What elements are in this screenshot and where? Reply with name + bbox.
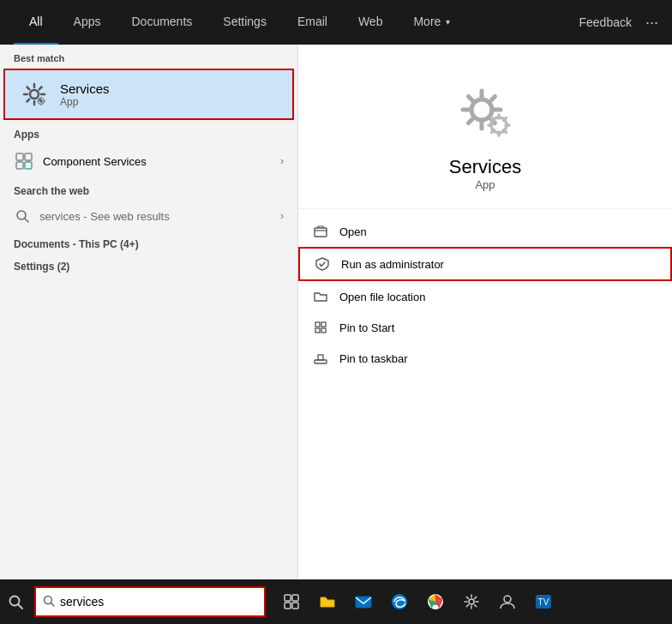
search-web-item[interactable]: services - See web results › (0, 201, 297, 231)
svg-rect-17 (25, 162, 32, 169)
chevron-right-icon-web: › (280, 210, 284, 222)
search-web-icon (14, 207, 31, 225)
services-sub: App (60, 96, 110, 108)
svg-line-31 (469, 118, 474, 123)
open-file-location-label: Open file location (339, 291, 425, 303)
app-type: App (475, 178, 495, 191)
edge-icon[interactable] (384, 586, 415, 617)
main-container: Best match (0, 45, 672, 624)
svg-rect-53 (292, 595, 298, 601)
svg-rect-16 (16, 162, 23, 169)
svg-line-38 (504, 130, 507, 133)
tab-settings[interactable]: Settings (207, 0, 282, 45)
svg-rect-42 (315, 322, 320, 327)
documents-section: Documents - This PC (4+) (0, 231, 297, 254)
tab-email[interactable]: Email (282, 0, 343, 45)
settings-icon-tb[interactable] (456, 586, 487, 617)
component-services-item[interactable]: Component Services › (0, 144, 297, 178)
pin-start-icon (312, 319, 329, 336)
svg-line-40 (492, 130, 495, 133)
app-icon-large (451, 79, 519, 147)
open-label: Open (339, 225, 367, 238)
chevron-down-icon: ▾ (446, 17, 450, 27)
svg-point-48 (10, 597, 20, 606)
best-match-item[interactable]: Services App (3, 69, 294, 120)
more-options-button[interactable]: ··· (645, 14, 658, 32)
app-name: Services (449, 156, 521, 178)
tab-apps[interactable]: Apps (58, 0, 117, 45)
svg-rect-56 (356, 597, 371, 608)
svg-point-69 (504, 596, 511, 603)
settings-section: Settings (2) (0, 254, 297, 276)
taskbar-icons: TV (276, 586, 559, 617)
search-box[interactable] (34, 586, 266, 617)
svg-line-65 (466, 597, 468, 598)
pin-taskbar-icon (312, 350, 329, 367)
tab-more[interactable]: More ▾ (398, 0, 465, 45)
component-services-icon (14, 151, 34, 171)
component-services-label: Component Services (43, 155, 272, 168)
run-as-admin-label: Run as administrator (341, 258, 444, 271)
nav-right: Feedback ··· (579, 14, 659, 32)
svg-rect-15 (25, 153, 32, 160)
svg-line-22 (25, 219, 28, 222)
apps-section-label: Apps (0, 120, 297, 144)
tab-web[interactable]: Web (343, 0, 399, 45)
services-name: Services (60, 81, 110, 96)
tab-all[interactable]: All (14, 0, 58, 45)
svg-rect-14 (16, 153, 23, 160)
app-detail: Services App (298, 45, 672, 209)
svg-line-6 (39, 99, 42, 102)
svg-point-0 (30, 90, 39, 99)
svg-text:TV: TV (538, 597, 549, 607)
search-icon-tb (43, 595, 55, 609)
feedback-button[interactable]: Feedback (579, 15, 632, 29)
taskbar-search-icon[interactable] (0, 586, 31, 617)
open-icon (312, 223, 329, 240)
svg-line-30 (490, 97, 495, 102)
svg-line-67 (475, 597, 477, 598)
search-web-label: Search the web (0, 178, 297, 201)
search-input[interactable] (60, 595, 257, 609)
gear-icon-svg (21, 81, 48, 108)
task-view-icon[interactable] (276, 586, 307, 617)
svg-line-66 (475, 605, 477, 607)
folder-icon (312, 288, 329, 305)
pin-start-label: Pin to Start (339, 321, 394, 334)
svg-rect-44 (315, 328, 320, 333)
svg-line-39 (504, 118, 507, 121)
svg-line-7 (39, 87, 42, 90)
user-switch-icon[interactable]: TV (528, 586, 559, 617)
mail-icon[interactable] (348, 586, 379, 617)
svg-rect-47 (318, 355, 323, 360)
file-explorer-icon[interactable] (312, 586, 343, 617)
services-icon (19, 79, 50, 110)
top-nav: All Apps Documents Settings Email Web Mo… (0, 0, 672, 45)
pin-to-taskbar-button[interactable]: Pin to taskbar (298, 343, 672, 374)
svg-rect-43 (321, 322, 326, 327)
people-icon[interactable] (492, 586, 523, 617)
tab-documents[interactable]: Documents (116, 0, 207, 45)
search-web-query: services - See web results (39, 210, 272, 223)
svg-line-49 (19, 605, 23, 609)
svg-line-5 (27, 87, 30, 90)
open-button[interactable]: Open (298, 216, 672, 247)
svg-line-37 (492, 118, 495, 121)
svg-line-8 (27, 99, 30, 102)
pin-to-start-button[interactable]: Pin to Start (298, 312, 672, 343)
open-file-location-button[interactable]: Open file location (298, 281, 672, 312)
context-menu: Open Run as administrator (298, 209, 672, 381)
svg-rect-52 (285, 595, 291, 601)
pin-taskbar-label: Pin to taskbar (339, 352, 408, 365)
chrome-icon[interactable] (420, 586, 451, 617)
right-panel: Services App Open (298, 45, 672, 624)
svg-rect-41 (315, 228, 327, 237)
svg-rect-54 (285, 603, 291, 609)
chevron-right-icon: › (280, 155, 284, 167)
best-match-label: Best match (0, 45, 297, 69)
run-as-admin-button[interactable]: Run as administrator (298, 247, 672, 281)
svg-line-68 (466, 605, 468, 607)
shield-icon (314, 255, 331, 273)
svg-rect-45 (321, 328, 326, 333)
left-panel: Best match (0, 45, 298, 624)
